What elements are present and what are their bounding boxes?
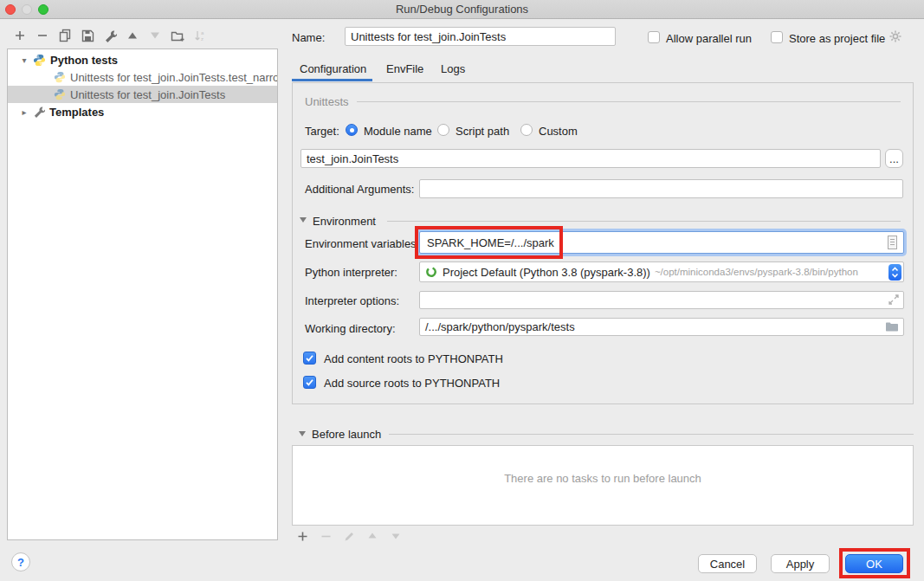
environment-collapse-icon[interactable] xyxy=(300,217,307,223)
help-button[interactable]: ? xyxy=(11,552,30,571)
environment-section-label: Environment xyxy=(313,215,376,228)
tab-configuration[interactable]: Configuration xyxy=(300,62,366,75)
interpreter-options-label: Interpreter options: xyxy=(305,294,399,307)
tree-item-templates[interactable]: ▸ Templates xyxy=(8,103,277,120)
module-name-value: test_join.JoinTests xyxy=(307,152,398,165)
zoom-button[interactable] xyxy=(38,4,48,15)
before-launch-collapse-icon[interactable] xyxy=(299,431,306,436)
add-icon[interactable] xyxy=(13,29,27,42)
add-task-icon[interactable] xyxy=(295,529,309,543)
target-custom-label: Custom xyxy=(539,125,578,138)
before-launch-section-label: Before launch xyxy=(312,428,381,441)
add-source-roots-checkbox[interactable] xyxy=(303,376,316,389)
cancel-button[interactable]: Cancel xyxy=(698,554,757,573)
tree-item-python-tests[interactable]: ▾ Python tests xyxy=(8,51,277,68)
configurations-toolbar: az xyxy=(13,29,207,42)
python-interpreter-label: Python interpreter: xyxy=(305,266,397,279)
remove-icon[interactable] xyxy=(36,29,49,42)
title-bar: Run/Debug Configurations xyxy=(0,0,924,19)
target-script-path-label: Script path xyxy=(456,125,509,138)
store-as-project-file-label: Store as project file xyxy=(789,32,885,45)
tab-envfile[interactable]: EnvFile xyxy=(386,62,423,75)
working-directory-value: /.../spark/python/pyspark/tests xyxy=(425,320,575,333)
tree-item-unittests-jointests[interactable]: Unittests for test_join.JoinTests xyxy=(8,86,277,103)
remove-task-icon[interactable] xyxy=(319,529,333,543)
target-module-name-label: Module name xyxy=(364,125,432,138)
target-script-path-radio[interactable] xyxy=(437,124,449,136)
move-down-icon[interactable] xyxy=(148,29,162,42)
before-launch-empty-message: There are no tasks to run before launch xyxy=(504,472,701,525)
tree-item-label: Python tests xyxy=(50,54,118,67)
chevron-right-icon[interactable]: ▸ xyxy=(20,107,29,117)
folder-icon[interactable] xyxy=(885,320,899,332)
browse-button[interactable]: ... xyxy=(885,149,903,168)
edit-task-icon[interactable] xyxy=(342,529,356,543)
expand-field-icon[interactable] xyxy=(887,293,901,307)
wrench-icon xyxy=(33,106,45,118)
environment-variables-value: SPARK_HOME=/.../spark xyxy=(427,236,554,249)
python-test-icon xyxy=(54,88,66,100)
gear-icon[interactable] xyxy=(888,29,902,43)
edit-templates-icon[interactable] xyxy=(103,29,117,42)
move-task-down-icon[interactable] xyxy=(389,529,403,543)
target-custom-radio[interactable] xyxy=(520,124,533,136)
environment-section-line xyxy=(387,221,901,222)
copy-configuration-icon[interactable] xyxy=(58,29,72,42)
python-interpreter-value: Project Default (Python 3.8 (pyspark-3.8… xyxy=(443,266,650,279)
environment-variables-input[interactable]: SPARK_HOME=/.../spark xyxy=(419,231,904,254)
ok-button[interactable]: OK xyxy=(845,554,903,573)
add-content-roots-checkbox[interactable] xyxy=(303,352,316,365)
browse-env-vars-icon[interactable] xyxy=(886,235,899,250)
tree-item-label: Unittests for test_join.JoinTests.test_n… xyxy=(70,71,277,84)
tree-item-label: Unittests for test_join.JoinTests xyxy=(70,88,225,101)
before-launch-task-list[interactable]: There are no tasks to run before launch xyxy=(292,445,914,526)
tree-item-label: Templates xyxy=(49,106,104,119)
allow-parallel-run-checkbox[interactable] xyxy=(648,31,660,43)
python-interpreter-path: ~/opt/miniconda3/envs/pyspark-3.8/bin/py… xyxy=(655,267,858,277)
sort-alphabetically-icon[interactable]: az xyxy=(193,29,207,42)
window-title: Run/Debug Configurations xyxy=(0,0,924,18)
target-label: Target: xyxy=(305,125,339,138)
unittests-group-line xyxy=(357,101,901,102)
module-name-input[interactable]: test_join.JoinTests xyxy=(300,149,881,168)
name-label: Name: xyxy=(292,31,325,44)
minimize-button[interactable] xyxy=(22,4,32,15)
chevron-down-icon[interactable]: ▾ xyxy=(20,55,29,65)
additional-arguments-label: Additional Arguments: xyxy=(305,183,414,196)
interpreter-options-input[interactable] xyxy=(419,291,904,309)
dropdown-stepper-icon[interactable] xyxy=(888,264,901,281)
conda-environment-icon xyxy=(425,266,437,278)
svg-text:a: a xyxy=(201,30,204,36)
add-source-roots-label: Add source roots to PYTHONPATH xyxy=(324,377,500,390)
python-test-icon xyxy=(54,71,66,83)
target-module-name-radio[interactable] xyxy=(346,124,358,136)
python-interpreter-select[interactable]: Project Default (Python 3.8 (pyspark-3.8… xyxy=(419,261,904,282)
before-launch-toolbar xyxy=(295,529,403,543)
store-as-project-file-checkbox[interactable] xyxy=(771,31,783,43)
tree-item-unittests-test-narrow[interactable]: Unittests for test_join.JoinTests.test_n… xyxy=(8,68,277,86)
save-configuration-icon[interactable] xyxy=(81,29,94,42)
apply-button[interactable]: Apply xyxy=(771,554,830,573)
python-icon xyxy=(33,54,46,67)
move-task-up-icon[interactable] xyxy=(365,529,379,543)
active-tab-underline xyxy=(292,79,372,81)
before-launch-section-line xyxy=(389,434,914,435)
environment-variables-label: Environment variables: xyxy=(305,237,419,250)
tab-logs[interactable]: Logs xyxy=(441,62,465,75)
name-value: Unittests for test_join.JoinTests xyxy=(351,30,506,43)
allow-parallel-run-label: Allow parallel run xyxy=(666,32,752,45)
configurations-tree: ▾ Python tests Unittests for test_join.J… xyxy=(7,48,278,540)
name-input[interactable]: Unittests for test_join.JoinTests xyxy=(345,27,616,46)
move-up-icon[interactable] xyxy=(126,29,139,42)
close-button[interactable] xyxy=(5,4,16,15)
add-content-roots-label: Add content roots to PYTHONPATH xyxy=(324,352,503,365)
unittests-group-label: Unittests xyxy=(305,95,349,108)
working-directory-label: Working directory: xyxy=(305,322,396,335)
run-debug-configurations-dialog: Run/Debug Configurations az ▾ Python tes xyxy=(0,0,924,581)
svg-text:z: z xyxy=(201,36,204,42)
working-directory-input[interactable]: /.../spark/python/pyspark/tests xyxy=(419,318,904,336)
additional-arguments-input[interactable] xyxy=(419,179,903,198)
new-folder-icon[interactable] xyxy=(171,29,184,42)
